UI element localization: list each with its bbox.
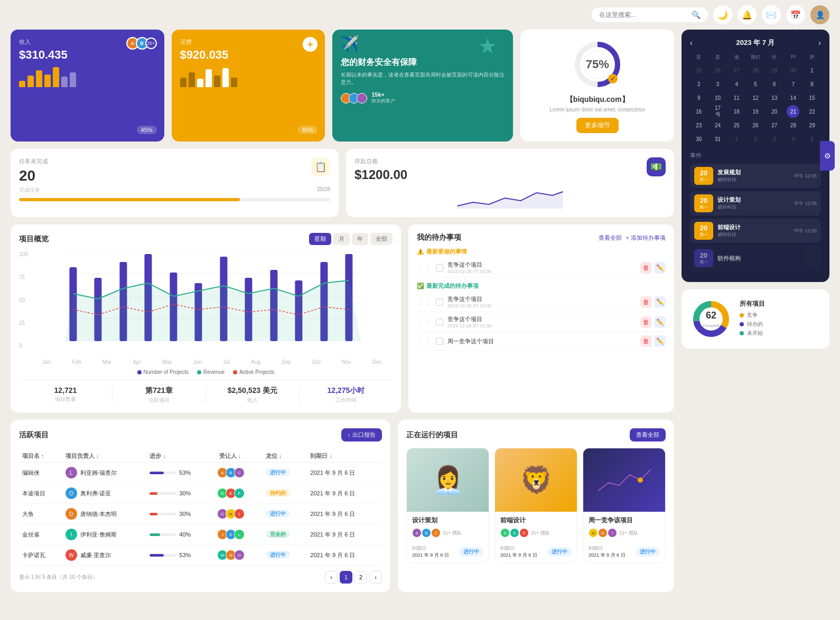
cal-day-9[interactable]: 9 [693,91,705,104]
cal-2-next[interactable]: 2 [749,133,762,145]
search-input[interactable] [599,11,687,18]
tab-month[interactable]: 月 [333,233,350,245]
todo-check-1[interactable] [436,264,443,271]
col-due[interactable]: 到期日 ↓ [307,448,382,463]
cal-day-22[interactable]: 22 [806,105,818,118]
cal-day-11[interactable]: 11 [730,91,743,104]
export-button[interactable]: ↑ 出口报告 [341,428,382,441]
cal-day-23[interactable]: 23 [693,119,705,131]
todo-edit-4[interactable]: ✏️ [654,335,666,347]
next-page-button[interactable]: › [369,571,382,584]
cal-30-prev[interactable]: 30 [787,64,799,77]
todo-delete-2[interactable]: 🗑 [640,296,652,308]
cal-day-19[interactable]: 19 [749,105,762,118]
running-header: 正在运行的项目 查看全部 [406,428,666,441]
cal-5-next[interactable]: 5 [806,133,818,145]
donut-chart: 62 Compete [690,298,732,340]
col-owner[interactable]: 项目负责人 ↓ [62,448,146,463]
cal-day-5[interactable]: 5 [749,78,762,90]
tab-group: 星期 月 年 全部 [309,233,393,245]
revenue-card: 收入 A B 25+ $310.435 45% [11,30,164,142]
drag-handle-4[interactable]: ⋮⋮ [417,337,432,345]
cal-day-2[interactable]: 2 [693,78,705,90]
col-progress[interactable]: 进步 ↓ [146,448,216,463]
todo-add-button[interactable]: + 添加待办事项 [626,234,666,242]
todo-delete-3[interactable]: 🗑 [640,316,652,328]
cal-day-26[interactable]: 26 [749,119,762,131]
todo-edit-1[interactable]: ✏️ [654,262,666,274]
cal-day-4[interactable]: 4 [730,78,743,90]
user-avatar[interactable]: 👤 [810,5,829,24]
cal-day-25[interactable]: 25 [730,119,743,131]
cal-day-18[interactable]: 18 [730,105,743,118]
more-details-button[interactable]: 更多细节 [576,118,619,133]
view-all-button[interactable]: 查看全部 [630,428,666,441]
todo-delete-4[interactable]: 🗑 [640,335,652,347]
page-2-button[interactable]: 2 [354,571,367,584]
cal-day-13[interactable]: 13 [768,91,781,104]
cal-27-prev[interactable]: 27 [730,64,743,77]
tab-year[interactable]: 年 [352,233,368,245]
cal-day-14[interactable]: 14 [787,91,799,104]
cal-day-21-today[interactable]: 21 [787,105,799,118]
cal-day-6[interactable]: 6 [768,78,781,90]
cal-25-prev[interactable]: 25 [693,64,705,77]
page-1-button[interactable]: 1 [340,571,352,584]
rp-footer-2: 到期日 2021 年 9 月 6 日 进行中 [495,545,577,563]
todo-delete-1[interactable]: 🗑 [640,262,652,274]
cal-3-next[interactable]: 3 [768,133,781,145]
cal-day-1[interactable]: 1 [806,64,818,77]
cal-day-12[interactable]: 12 [749,91,762,104]
cal-26-prev[interactable]: 26 [712,64,724,77]
cal-day-29[interactable]: 29 [806,119,818,131]
prev-page-button[interactable]: ‹ [325,571,338,584]
drag-handle-2[interactable]: ⋮⋮ [417,298,432,306]
cal-29-prev[interactable]: 29 [768,64,781,77]
tab-all[interactable]: 全部 [370,233,393,245]
todo-edit-2[interactable]: ✏️ [654,296,666,308]
cal-day-17[interactable]: 17号 [712,105,724,118]
bell-icon[interactable]: 🔔 [738,5,757,24]
cal-day-10[interactable]: 10 [712,91,724,104]
calendar-card: ⚙ ‹ 2023 年 7 月 › 苏 是 途 我们 社 Fr 萨 25 26 2… [682,30,829,282]
cal-prev-button[interactable]: ‹ [690,39,693,47]
todo-check-2[interactable] [436,298,443,306]
calendar-icon[interactable]: 📅 [786,5,805,24]
cal-day-31[interactable]: 31 [712,133,724,145]
moon-icon[interactable]: 🌙 [713,5,732,24]
cal-day-8[interactable]: 8 [806,78,818,90]
search-box[interactable]: 🔍 [592,7,708,22]
ebar-6 [222,68,229,87]
col-name[interactable]: 项目名 ↑ [19,448,62,463]
cal-next-button[interactable]: › [818,39,821,47]
expense-add-button[interactable]: + [303,37,318,52]
cal-1-next[interactable]: 1 [730,133,743,145]
todo-view-all[interactable]: 查看全部 [599,234,622,242]
cal-day-24[interactable]: 24 [712,119,724,131]
col-assignee[interactable]: 受让人 ↓ [216,448,263,463]
cal-day-28[interactable]: 28 [787,119,799,131]
todo-title: 我的待办事项 [417,233,461,242]
todo-check-3[interactable] [436,318,443,326]
col-status[interactable]: 龙位 ↓ [263,448,307,463]
cal-day-30[interactable]: 30 [693,133,705,145]
cal-settings-icon[interactable]: ⚙ [820,141,835,171]
cal-day-15[interactable]: 15 [806,91,818,104]
todo-check-4[interactable] [436,337,443,345]
donut-dot-1 [740,313,744,317]
mail-icon[interactable]: ✉️ [762,5,781,24]
cal-day-3[interactable]: 3 [712,78,724,90]
drag-handle-3[interactable]: ⋮⋮ [417,318,432,326]
cal-day-16[interactable]: 16 [693,105,705,118]
cal-title: 2023 年 7 月 [736,38,775,48]
todo-edit-3[interactable]: ✏️ [654,316,666,328]
rp-footer-3: 到期日 2021 年 9 月 6 日 进行中 [583,545,665,563]
cal-day-20[interactable]: 20 [768,105,781,118]
cal-28-prev[interactable]: 28 [749,64,762,77]
drag-handle-1[interactable]: ⋮⋮ [417,264,432,272]
rp-avatars-1: A B C 21+ 团队 [412,528,483,538]
tab-week[interactable]: 星期 [309,233,331,245]
cal-4-next[interactable]: 4 [787,133,799,145]
cal-day-7[interactable]: 7 [787,78,799,90]
cal-day-27[interactable]: 27 [768,119,781,131]
